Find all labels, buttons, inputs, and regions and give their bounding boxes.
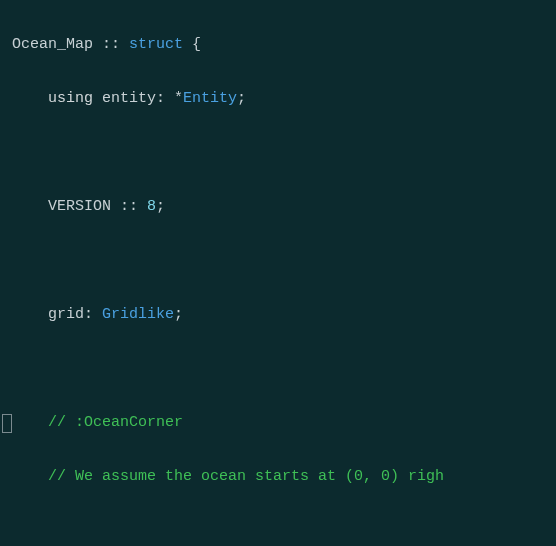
cursor-icon	[2, 414, 12, 433]
code-line: grid: Gridlike;	[12, 301, 556, 328]
blank-line	[12, 517, 556, 544]
comment: // :OceanCorner	[48, 414, 183, 431]
blank-line	[12, 355, 556, 382]
blank-line	[12, 247, 556, 274]
struct-name: Ocean_Map	[12, 36, 93, 53]
code-line: // :OceanCorner	[12, 409, 556, 436]
code-line: using entity: *Entity;	[12, 85, 556, 112]
comment: // We assume the ocean starts at (0, 0) …	[48, 468, 444, 485]
code-line: // We assume the ocean starts at (0, 0) …	[12, 463, 556, 490]
code-editor[interactable]: Ocean_Map :: struct { using entity: *Ent…	[0, 0, 556, 546]
code-line: VERSION :: 8;	[12, 193, 556, 220]
code-line: Ocean_Map :: struct {	[12, 31, 556, 58]
blank-line	[12, 139, 556, 166]
